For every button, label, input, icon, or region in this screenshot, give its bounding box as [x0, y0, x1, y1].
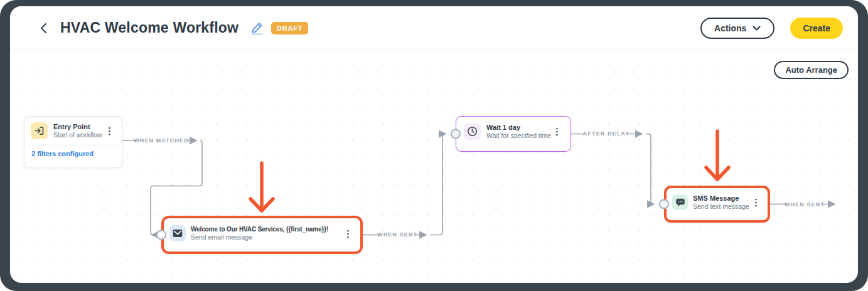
- node-wait-header: Wait 1 day Wait for specified time ⋮: [456, 117, 571, 146]
- clock-icon: [464, 123, 481, 140]
- kebab-menu-icon[interactable]: ⋮: [104, 126, 115, 135]
- node-wait-texts: Wait 1 day Wait for specified time: [486, 124, 545, 139]
- actions-button[interactable]: Actions: [700, 18, 774, 39]
- app-window: HVAC Welcome Workflow DRAFT Actions Crea…: [10, 6, 858, 283]
- auto-arrange-button[interactable]: Auto Arrange: [774, 61, 849, 79]
- page-title: HVAC Welcome Workflow: [60, 19, 238, 36]
- node-entry-texts: Entry Point Start of workflow: [53, 123, 98, 139]
- node-subtitle: Send text message: [693, 203, 745, 210]
- node-title: Welcome to Our HVAC Services, {{first_na…: [191, 226, 328, 233]
- node-email-message[interactable]: Welcome to Our HVAC Services, {{first_na…: [161, 216, 363, 254]
- node-sms-texts: SMS Message Send text message: [693, 194, 745, 210]
- screenshot-stage: HVAC Welcome Workflow DRAFT Actions Crea…: [0, 0, 868, 291]
- node-subtitle: Send email message: [191, 233, 328, 241]
- node-entry-header: Entry Point Start of workflow ⋮: [24, 117, 122, 145]
- kebab-menu-icon[interactable]: ⋮: [342, 229, 354, 238]
- edge-label-when-sent-1: WHEN SENT: [377, 231, 417, 238]
- chevron-left-icon: [40, 23, 47, 34]
- kebab-menu-icon[interactable]: ⋮: [551, 127, 563, 136]
- edge-label-when-sent-2: WHEN SENT: [785, 201, 825, 208]
- edit-title-button[interactable]: [250, 20, 265, 36]
- envelope-icon: [169, 225, 186, 241]
- chat-bubble-icon: [672, 194, 688, 210]
- status-badge: DRAFT: [271, 22, 308, 34]
- edge-label-when-matched: WHEN MATCHED: [134, 137, 189, 144]
- edge-label-after-delay: AFTER DELAY: [583, 130, 630, 137]
- back-button[interactable]: [35, 20, 51, 36]
- kebab-menu-icon[interactable]: ⋮: [750, 198, 762, 207]
- node-sms-message[interactable]: SMS Message Send text message ⋮: [664, 186, 770, 223]
- filters-configured-link[interactable]: 2 filters configured: [24, 146, 122, 162]
- node-email-texts: Welcome to Our HVAC Services, {{first_na…: [191, 226, 328, 241]
- node-subtitle: Start of workflow: [53, 131, 98, 139]
- chevron-down-icon: [753, 26, 761, 31]
- node-email-header: Welcome to Our HVAC Services, {{first_na…: [164, 218, 360, 248]
- header-actions: Actions Create: [700, 18, 843, 39]
- node-wait-delay[interactable]: Wait 1 day Wait for specified time ⋮: [456, 116, 571, 152]
- actions-button-label: Actions: [714, 23, 746, 33]
- header-bar: HVAC Welcome Workflow DRAFT Actions Crea…: [10, 6, 858, 50]
- node-entry-point[interactable]: Entry Point Start of workflow ⋮ 2 filter…: [24, 116, 122, 168]
- node-title: Entry Point: [53, 123, 98, 130]
- node-sms-header: SMS Message Send text message ⋮: [667, 188, 768, 216]
- node-title: SMS Message: [693, 194, 745, 202]
- node-subtitle: Wait for specified time: [486, 132, 545, 139]
- workflow-canvas[interactable]: [10, 51, 858, 283]
- create-button[interactable]: Create: [790, 18, 843, 39]
- node-title: Wait 1 day: [486, 124, 545, 131]
- pencil-icon: [250, 20, 264, 36]
- entry-login-icon: [31, 122, 48, 139]
